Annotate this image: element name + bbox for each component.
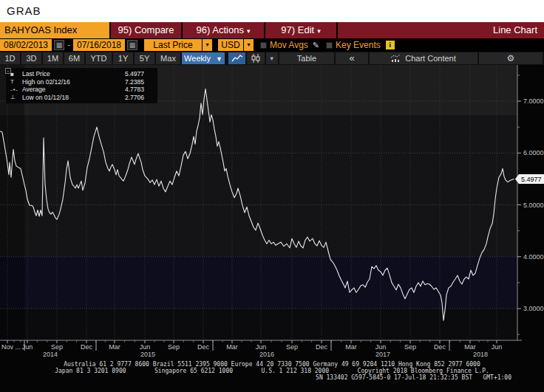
price-chart[interactable]: 3.00004.00005.00006.00007.0000Nov ...Jun…	[0, 65, 544, 360]
compare-button[interactable]: 95) Compare	[111, 22, 181, 38]
x-axis-label: Jun	[22, 343, 33, 351]
legend-row-0[interactable]: ■Last Price5.4977	[10, 70, 154, 78]
x-axis-label: Sep	[168, 343, 180, 351]
legend-row-2[interactable]: -+-Average4.7783	[10, 86, 154, 94]
price-field-dropdown[interactable]: Last Price	[144, 39, 202, 51]
collapse-button[interactable]: «	[336, 52, 368, 64]
y-axis-label: 5.0000	[523, 202, 544, 209]
mov-avgs-label: Mov Avgs	[270, 40, 308, 50]
security-field[interactable]: BAHYOAS Index	[0, 22, 109, 38]
chevron-down-icon: ▾	[247, 27, 251, 35]
x-axis-year-label: 2015	[140, 351, 155, 358]
range-tab-5y[interactable]: 5Y	[135, 52, 154, 64]
date-range-dash: -	[67, 40, 70, 50]
y-axis-label: 7.0000	[523, 97, 544, 105]
gear-icon[interactable]: ⚙	[479, 52, 543, 64]
chart-area[interactable]: 3.00004.00005.00006.00007.0000Nov ...Jun…	[0, 65, 544, 360]
range-tab-group: 1D3D1M6MYTD1Y5YMax	[0, 52, 182, 64]
plot-band-left	[0, 65, 24, 340]
x-axis-year-label: 2017	[375, 351, 390, 358]
chevron-down-icon[interactable]: ▾	[244, 39, 254, 51]
x-axis-label: Sep	[51, 343, 63, 351]
legend-row-3[interactable]: ⊥Low on 01/12/182.7706	[10, 94, 154, 102]
x-axis-label: Jun	[375, 343, 387, 351]
range-tab-1m[interactable]: 1M	[43, 52, 63, 64]
frequency-dropdown[interactable]: Weekly ▼	[182, 52, 225, 64]
edit-button[interactable]: 97) Edit▾	[265, 22, 336, 38]
range-tab-1y[interactable]: 1Y	[113, 52, 133, 64]
x-axis-label: Nov ...	[1, 343, 21, 351]
y-axis-label: 4.0000	[523, 253, 544, 261]
info-icon[interactable]: i	[386, 41, 395, 49]
chart-legend[interactable]: - ■Last Price5.4977THigh on 02/12/167.23…	[6, 68, 157, 103]
range-tab-3d[interactable]: 3D	[21, 52, 41, 64]
x-axis-label: Dec	[316, 343, 328, 351]
legend-marker-icon: -+-	[10, 86, 22, 93]
settings-toolbar: 08/02/2013 ▦ - 07/16/2018 ▦ Last Price ▾…	[0, 38, 544, 52]
legend-row-1[interactable]: THigh on 02/12/167.2385	[10, 78, 154, 86]
mov-avgs-checkbox[interactable]	[260, 42, 267, 49]
chart-type-banner: Line Chart	[338, 22, 544, 38]
footer-contacts-line2: Japan 81 3 3201 8900 Singapore 65 6212 1…	[0, 368, 544, 374]
chart-style-dropdown[interactable]: ▼	[266, 52, 278, 64]
range-tab-max[interactable]: Max	[156, 52, 180, 64]
pencil-icon[interactable]: ✎	[313, 41, 319, 50]
chevron-down-icon: ▼	[216, 55, 222, 63]
actions-button[interactable]: 96) Actions▾	[183, 22, 264, 38]
date-from-field[interactable]: 08/02/2013	[0, 39, 52, 51]
x-axis-label: Sep	[286, 343, 298, 351]
right-button-group: Table « Chart Content ⚙	[279, 52, 544, 64]
line-chart-icon	[231, 55, 243, 63]
window-titlebar: GRAB	[0, 0, 544, 22]
x-axis-label: Jun	[256, 343, 267, 351]
main-toolbar: BAHYOAS Index 95) Compare 96) Actions▾ 9…	[0, 22, 544, 38]
range-tab-1d[interactable]: 1D	[0, 52, 20, 64]
range-tab-6m[interactable]: 6M	[64, 52, 84, 64]
x-axis-label: Mar	[464, 343, 476, 351]
footer-contacts-line1: Australia 61 2 9777 8600 Brazil 5511 239…	[0, 361, 544, 368]
line-chart-style-button[interactable]	[228, 52, 245, 64]
calendar-icon[interactable]: ▦	[127, 40, 137, 50]
chart-content-button[interactable]: Chart Content	[370, 52, 477, 64]
currency-dropdown[interactable]: USD	[218, 39, 243, 51]
legend-collapse-icon[interactable]: -	[5, 68, 11, 74]
x-axis-year-label: 2018	[473, 351, 488, 358]
x-axis-year-label: 2014	[43, 351, 58, 358]
y-axis-label: 3.0000	[523, 305, 544, 312]
key-events-checkbox[interactable]	[326, 42, 333, 49]
candlestick-icon	[251, 54, 261, 63]
calendar-icon[interactable]: ▦	[54, 40, 64, 50]
table-button[interactable]: Table	[279, 52, 334, 64]
x-axis-label: Dec	[81, 343, 93, 351]
y-axis-label: 6.0000	[523, 149, 544, 157]
key-events-label: Key Events	[336, 40, 381, 50]
x-axis-label: Jun	[492, 343, 503, 351]
chevron-down-icon[interactable]: ▾	[203, 39, 212, 51]
legend-marker-icon: T	[10, 78, 22, 85]
x-axis-year-label: 2016	[259, 351, 274, 358]
legend-marker-icon: ⊥	[10, 94, 22, 100]
window-title: GRAB	[7, 4, 41, 17]
bloomberg-terminal-screen: GRAB BAHYOAS Index 95) Compare 96) Actio…	[0, 0, 544, 392]
x-axis-label: Dec	[197, 343, 210, 351]
chart-content-icon	[391, 55, 401, 62]
last-price-tag-value: 5.4977	[521, 176, 542, 183]
range-tab-ytd[interactable]: YTD	[86, 52, 112, 64]
candle-chart-style-button[interactable]	[247, 52, 264, 64]
x-axis-label: Jun	[140, 343, 151, 351]
x-axis-label: Mar	[109, 343, 120, 351]
x-axis-label: Mar	[345, 343, 357, 351]
footer-session-info: SN 133402 G597-5845-0 17-Jul-18 21:32:35…	[0, 374, 544, 381]
legend-marker-icon: ■	[10, 71, 22, 78]
chevron-down-icon: ▾	[317, 27, 321, 35]
x-axis-label: Sep	[404, 343, 416, 351]
x-axis-label: Mar	[226, 343, 238, 351]
x-axis-label: Dec	[434, 343, 446, 351]
date-to-field[interactable]: 07/16/2018	[73, 39, 125, 51]
period-toolbar: 1D3D1M6MYTD1Y5YMax Weekly ▼ ▼ Table « Ch…	[0, 52, 544, 65]
